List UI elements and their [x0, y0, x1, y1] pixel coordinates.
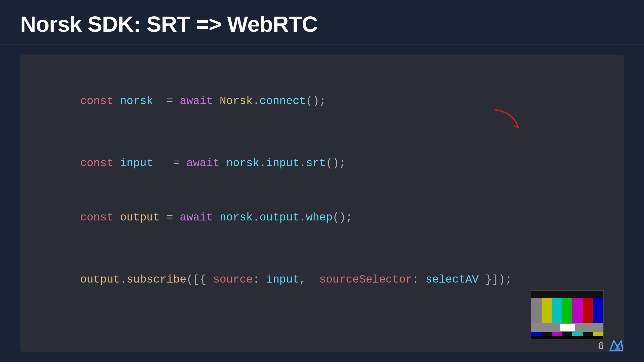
bc-blue	[531, 332, 542, 336]
slide-footer: 6	[598, 339, 624, 352]
video-bottom-section: 18:20:55	[531, 323, 603, 332]
bc-black2	[562, 332, 573, 336]
code-line-3: const output = await norsk.output.whep()…	[40, 191, 604, 244]
color-bar-gray	[531, 298, 542, 323]
color-bar-green	[562, 298, 573, 323]
color-bar-blue	[593, 298, 603, 323]
color-bar-yellow	[542, 298, 552, 323]
bc-yellow	[593, 332, 603, 336]
slide-header: Norsk SDK: SRT => WebRTC	[0, 0, 644, 44]
bc-black3	[583, 332, 593, 336]
norsk-logo	[609, 339, 624, 352]
video-preview: 18:20:55	[531, 290, 604, 339]
slide-title: Norsk SDK: SRT => WebRTC	[20, 12, 624, 36]
bc-cyan	[572, 332, 583, 336]
video-top-bar	[531, 291, 603, 298]
code-line-1: const norsk = await Norsk.connect();	[40, 75, 604, 128]
bc-magenta	[552, 332, 562, 336]
svg-marker-1	[614, 344, 621, 351]
color-bars	[531, 298, 603, 323]
color-bar-magenta	[572, 298, 583, 323]
code-block: const norsk = await Norsk.connect(); con…	[20, 55, 624, 352]
code-line-4: output.subscribe([{ source: input, sourc…	[40, 253, 604, 306]
video-bottom-colors	[531, 332, 603, 336]
slide-body: const norsk = await Norsk.connect(); con…	[0, 44, 644, 362]
code-line-2: const input = await norsk.input.srt();	[40, 137, 604, 190]
bc-black1	[542, 332, 552, 336]
page-number: 6	[598, 340, 604, 351]
color-bar-red	[583, 298, 593, 323]
color-bar-cyan	[552, 298, 562, 323]
white-box	[560, 324, 575, 331]
